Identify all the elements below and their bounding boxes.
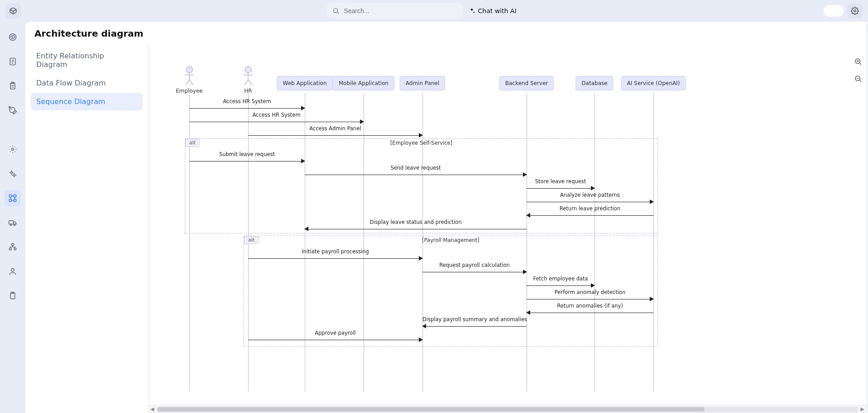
rail-target-icon[interactable]: [5, 29, 21, 45]
target-icon: [8, 33, 17, 42]
search-icon: [332, 7, 340, 14]
rail-document-icon[interactable]: [5, 53, 21, 70]
rail-pen-icon[interactable]: [5, 102, 21, 119]
message: Initiate payroll processing: [248, 255, 422, 262]
message: Access HR System: [189, 104, 305, 112]
clipboard-icon: [8, 81, 17, 90]
fragment-label: [Payroll Management]: [244, 237, 657, 243]
svg-point-4: [12, 37, 13, 38]
pen-icon: [8, 106, 17, 115]
svg-rect-15: [9, 221, 14, 224]
svg-line-30: [189, 80, 193, 85]
scroll-left-arrow[interactable]: ◀: [150, 406, 154, 412]
participant-backend: Backend Server: [499, 76, 554, 90]
truck-icon: [8, 218, 17, 227]
search-input[interactable]: [343, 7, 457, 15]
zoom-in-button[interactable]: [852, 55, 864, 68]
message-label: Fetch employee data: [527, 275, 595, 282]
main-panel: Architecture diagram Entity Relationship…: [25, 22, 866, 413]
svg-point-21: [11, 268, 14, 271]
chat-ai-label: Chat with AI: [478, 7, 517, 14]
zoom-controls: [852, 55, 864, 85]
rail-gear-icon[interactable]: [5, 141, 21, 157]
app-logo-button[interactable]: [5, 3, 21, 19]
actor-employee: Employee: [176, 66, 202, 94]
diagram-type-item[interactable]: Entity Relationship Diagram: [31, 47, 143, 73]
scroll-right-arrow[interactable]: ▶: [861, 406, 864, 412]
message-label: Store leave request: [527, 178, 595, 185]
message: Submit leave request: [189, 157, 305, 165]
svg-rect-11: [10, 195, 12, 197]
message: Display leave status and prediction: [305, 225, 527, 233]
svg-point-26: [186, 66, 192, 73]
rail-clipboard-icon[interactable]: [5, 78, 21, 94]
chat-ai-button[interactable]: Chat with AI: [468, 3, 518, 19]
scroll-thumb[interactable]: [158, 407, 704, 412]
svg-point-9: [10, 171, 12, 173]
message: Analyze leave patterns: [527, 198, 653, 205]
document-icon: [8, 57, 17, 66]
actor-label: Employee: [176, 88, 202, 94]
message-label: Display leave status and prediction: [305, 219, 527, 225]
message: Fetch employee data: [527, 282, 595, 289]
diagram-type-item[interactable]: Sequence Diagram: [31, 93, 143, 110]
message-label: Return leave prediction: [527, 205, 653, 212]
svg-line-29: [186, 80, 189, 85]
rail-truck-icon[interactable]: [5, 214, 21, 231]
participant-db: Database: [575, 76, 613, 90]
sparkle-icon: [468, 7, 475, 14]
message-label: Initiate payroll processing: [248, 248, 422, 255]
svg-point-16: [10, 224, 11, 225]
horizontal-scrollbar[interactable]: ◀ ▶: [149, 405, 866, 413]
actor-label: HR: [241, 88, 255, 94]
svg-point-1: [854, 10, 856, 12]
zoom-out-button[interactable]: [852, 72, 864, 85]
message-label: Access HR System: [189, 98, 305, 104]
settings-button[interactable]: [847, 3, 863, 19]
gear-icon: [8, 145, 17, 154]
message-label: Submit leave request: [189, 151, 305, 157]
message: Request payroll calculation: [422, 268, 527, 275]
message-label: Access Admin Panel: [248, 125, 422, 132]
sequence-diagram: EmployeeHRWeb ApplicationMobile Applicat…: [176, 57, 719, 401]
page-title: Architecture diagram: [25, 22, 866, 43]
message: Store leave request: [527, 185, 595, 192]
participant-web: Web Application: [277, 76, 332, 90]
message-label: Send leave request: [305, 165, 527, 171]
diagram-type-list: Entity Relationship DiagramData Flow Dia…: [25, 43, 149, 413]
rail-paste-icon[interactable]: [5, 288, 21, 304]
message: Access HR System: [189, 118, 364, 125]
flow-icon: [8, 194, 17, 203]
participant-mobile: Mobile Application: [333, 76, 394, 90]
left-rail: [0, 22, 25, 413]
message-label: Access HR System: [189, 112, 364, 118]
svg-point-0: [333, 9, 337, 13]
rail-org-icon[interactable]: [5, 239, 21, 255]
svg-point-8: [12, 148, 14, 151]
message-label: Approve payroll: [248, 330, 422, 336]
message: Send leave request: [305, 171, 527, 178]
user-icon: [8, 267, 17, 276]
rail-gear-settings-icon[interactable]: [5, 166, 21, 182]
org-icon: [8, 242, 17, 252]
svg-rect-12: [14, 195, 16, 197]
message-label: Request payroll calculation: [422, 262, 527, 268]
message: Return leave prediction: [527, 212, 653, 219]
diagram-type-item[interactable]: Data Flow Diagram: [31, 74, 143, 92]
message: Access Admin Panel: [248, 132, 422, 139]
message-label: Analyze leave patterns: [527, 192, 653, 198]
message: Return anomalies (if any): [527, 309, 653, 316]
rail-flow-icon[interactable]: [5, 190, 21, 206]
rail-user-icon[interactable]: [5, 263, 21, 280]
svg-rect-20: [14, 248, 16, 250]
svg-rect-14: [14, 199, 16, 202]
search-box[interactable]: [327, 3, 463, 19]
svg-point-17: [14, 224, 15, 225]
theme-toggle[interactable]: [824, 5, 844, 17]
lifeline-employee: [189, 93, 190, 392]
message-label: Perform anomaly detection: [527, 289, 653, 295]
diagram-canvas[interactable]: EmployeeHRWeb ApplicationMobile Applicat…: [149, 43, 866, 413]
participant-admin: Admin Panel: [400, 76, 445, 90]
actor-hr: HR: [241, 66, 255, 94]
cube-icon: [9, 7, 17, 15]
